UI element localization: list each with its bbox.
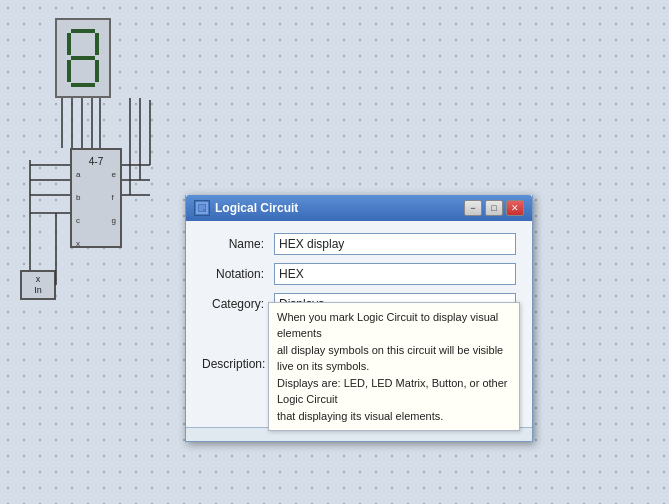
close-button[interactable]: ✕ xyxy=(506,200,524,216)
dialog-title-area: Logical Circuit xyxy=(194,200,298,216)
notation-input[interactable] xyxy=(274,263,516,285)
notation-row: Notation: xyxy=(202,263,516,285)
name-input[interactable] xyxy=(274,233,516,255)
maximize-button[interactable]: □ xyxy=(485,200,503,216)
window-controls: − □ ✕ xyxy=(464,200,524,216)
dialog-title: Logical Circuit xyxy=(215,201,298,215)
seg-display xyxy=(65,27,101,89)
category-label: Category: xyxy=(202,297,274,311)
seg-top xyxy=(71,29,95,33)
tooltip-text: When you mark Logic Circuit to display v… xyxy=(277,311,507,422)
seven-segment-display xyxy=(55,18,111,98)
seg-top-right xyxy=(95,33,99,55)
in-box: x In xyxy=(20,270,56,300)
name-label: Name: xyxy=(202,237,274,251)
dialog: Logical Circuit − □ ✕ Name: Notation: Ca… xyxy=(185,195,533,442)
dialog-app-icon xyxy=(194,200,210,216)
seg-bottom xyxy=(71,83,95,87)
minimize-button[interactable]: − xyxy=(464,200,482,216)
seg-middle xyxy=(71,56,95,60)
seg-bottom-right xyxy=(95,60,99,82)
description-label: Description: xyxy=(202,355,274,371)
tooltip-popup: When you mark Logic Circuit to display v… xyxy=(268,302,520,432)
description-content: When you mark Logic Circuit to display v… xyxy=(274,355,516,415)
description-row: Description: When you mark Logic Circuit… xyxy=(202,355,516,415)
chip-label: 4-7 xyxy=(89,156,103,167)
ic-chip: 4-7 a b c x e f g xyxy=(70,148,122,248)
seg-top-left xyxy=(67,33,71,55)
notation-label: Notation: xyxy=(202,267,274,281)
dialog-titlebar: Logical Circuit − □ ✕ xyxy=(186,195,532,221)
dialog-body: Name: Notation: Category: Displays LED B… xyxy=(186,221,532,427)
name-row: Name: xyxy=(202,233,516,255)
seg-bottom-left xyxy=(67,60,71,82)
